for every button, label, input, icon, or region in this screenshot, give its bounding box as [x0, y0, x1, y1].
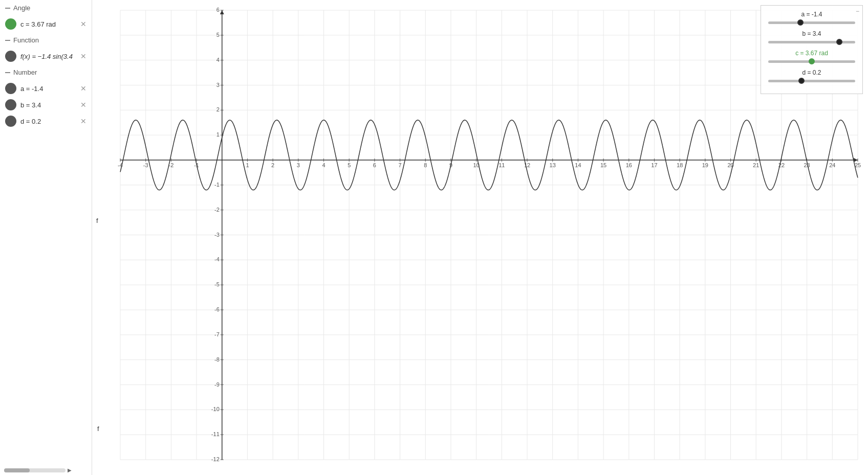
- sidebar-scrollbar-area: ▶: [0, 465, 92, 475]
- slider-row-b: b = 3.4: [768, 30, 855, 46]
- scroll-right-arrow[interactable]: ▶: [68, 467, 72, 473]
- a-label: a = -1.4: [20, 85, 76, 93]
- a-close[interactable]: ✕: [80, 84, 86, 93]
- slider-d-thumb[interactable]: [798, 78, 805, 84]
- slider-b-track-wrap[interactable]: [768, 38, 855, 46]
- slider-row-a: a = -1.4: [768, 11, 855, 26]
- b-close[interactable]: ✕: [80, 101, 86, 109]
- slider-c-thumb[interactable]: [809, 58, 815, 64]
- slider-a-track: [768, 21, 855, 24]
- f-function-dot[interactable]: [5, 51, 16, 62]
- h-scrollbar-thumb[interactable]: [4, 468, 30, 472]
- b-label: b = 3.4: [20, 101, 76, 109]
- b-dot[interactable]: [5, 99, 16, 110]
- d-label: d = 0.2: [20, 118, 76, 125]
- slider-d-track: [768, 80, 855, 82]
- graph-canvas[interactable]: [92, 0, 868, 475]
- slider-c-track-wrap[interactable]: [768, 58, 855, 65]
- slider-d-label: d = 0.2: [768, 69, 855, 76]
- sliders-panel: − a = -1.4 b = 3.4 c = 3.67 rad: [761, 5, 863, 94]
- slider-b-thumb[interactable]: [836, 39, 842, 45]
- f-function-close[interactable]: ✕: [80, 52, 86, 60]
- slider-row-c: c = 3.67 rad: [768, 50, 855, 65]
- slider-d-track-wrap[interactable]: [768, 77, 855, 84]
- main-graph-area: − a = -1.4 b = 3.4 c = 3.67 rad: [92, 0, 868, 475]
- h-scrollbar[interactable]: [4, 468, 66, 472]
- f-function-label: f(x) = −1.4 sin(3.4: [20, 53, 76, 60]
- collapse-dash: [5, 8, 10, 9]
- c-angle-dot[interactable]: [5, 18, 16, 30]
- slider-b-label: b = 3.4: [768, 30, 855, 37]
- a-dot[interactable]: [5, 83, 16, 94]
- sliders-panel-close[interactable]: −: [856, 8, 859, 15]
- sidebar: Angle c = 3.67 rad ✕ Function f(x) = −1.…: [0, 0, 92, 475]
- collapse-dash-fn: [5, 40, 10, 41]
- sidebar-item-c-angle: c = 3.67 rad ✕: [0, 16, 92, 32]
- sidebar-item-f-function: f(x) = −1.4 sin(3.4 ✕: [0, 48, 92, 64]
- d-dot[interactable]: [5, 116, 16, 127]
- section-angle-label: Angle: [13, 4, 30, 12]
- section-angle[interactable]: Angle: [0, 0, 92, 16]
- d-close[interactable]: ✕: [80, 117, 86, 125]
- sidebar-item-d: d = 0.2 ✕: [0, 113, 92, 129]
- c-angle-label: c = 3.67 rad: [20, 20, 76, 28]
- c-angle-close[interactable]: ✕: [80, 20, 86, 28]
- sidebar-item-b: b = 3.4 ✕: [0, 97, 92, 113]
- sidebar-item-a: a = -1.4 ✕: [0, 80, 92, 97]
- slider-row-d: d = 0.2: [768, 69, 855, 84]
- section-function-label: Function: [13, 36, 39, 44]
- section-number[interactable]: Number: [0, 64, 92, 80]
- slider-a-label: a = -1.4: [768, 11, 855, 18]
- section-function[interactable]: Function: [0, 32, 92, 48]
- slider-a-track-wrap[interactable]: [768, 19, 855, 26]
- slider-c-label: c = 3.67 rad: [768, 50, 855, 57]
- collapse-dash-num: [5, 72, 10, 73]
- section-number-label: Number: [13, 69, 37, 76]
- slider-a-thumb[interactable]: [797, 19, 804, 26]
